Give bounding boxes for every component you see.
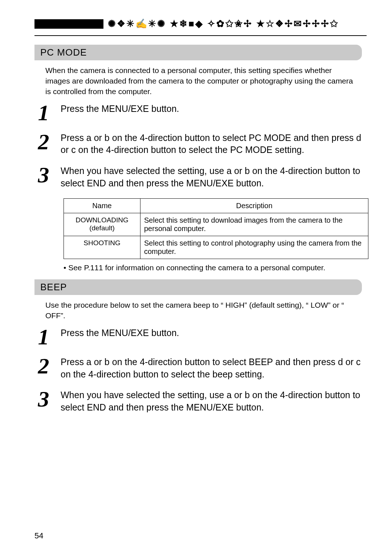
step-number: 3 bbox=[34, 165, 53, 190]
cell-description: Select this setting to download images f… bbox=[140, 213, 368, 236]
step-text: Press the MENU/EXE button. bbox=[61, 103, 362, 123]
header-symbols: ✺❖✳✍✳✺ ★❄■◆ ✧✿✩✬✢ ★☆❖✢✉✢✢✢✩ bbox=[108, 18, 339, 29]
step-number: 2 bbox=[34, 132, 53, 157]
step-number: 1 bbox=[34, 103, 53, 123]
table-row: DOWNLOADING (default) Select this settin… bbox=[64, 213, 368, 236]
table-header-name: Name bbox=[64, 198, 140, 213]
header-divider bbox=[34, 35, 367, 36]
pcmode-step-2: 2 Press a or b on the 4-direction button… bbox=[34, 132, 367, 157]
cell-name: DOWNLOADING (default) bbox=[64, 213, 140, 236]
section-title-pcmode: PC MODE bbox=[34, 45, 362, 60]
cell-name: SHOOTING bbox=[64, 236, 140, 259]
step-number: 2 bbox=[34, 356, 53, 381]
table-header-description: Description bbox=[140, 198, 368, 213]
pcmode-intro: When the camera is connected to a person… bbox=[45, 65, 354, 97]
beep-intro: Use the procedure below to set the camer… bbox=[45, 300, 354, 321]
step-text: When you have selected the setting, use … bbox=[61, 165, 362, 190]
cell-description: Select this setting to control photograp… bbox=[140, 236, 368, 259]
pcmode-table: Name Description DOWNLOADING (default) S… bbox=[64, 198, 368, 259]
step-text: Press the MENU/EXE button. bbox=[61, 327, 362, 347]
page-header: ✺❖✳✍✳✺ ★❄■◆ ✧✿✩✬✢ ★☆❖✢✉✢✢✢✩ bbox=[34, 18, 367, 29]
beep-step-2: 2 Press a or b on the 4-direction button… bbox=[34, 356, 367, 381]
pcmode-note: • See P.111 for information on connectin… bbox=[64, 263, 361, 273]
step-text: Press a or b on the 4-direction button t… bbox=[61, 356, 362, 381]
step-text: When you have selected the setting, use … bbox=[61, 389, 362, 414]
row-name-line2: (default) bbox=[89, 224, 115, 232]
section-title-beep: BEEP bbox=[34, 279, 362, 295]
step-number: 1 bbox=[34, 327, 53, 347]
pcmode-step-1: 1 Press the MENU/EXE button. bbox=[34, 103, 367, 123]
table-row: SHOOTING Select this setting to control … bbox=[64, 236, 368, 259]
beep-step-1: 1 Press the MENU/EXE button. bbox=[34, 327, 367, 347]
row-name-line1: DOWNLOADING bbox=[75, 216, 128, 224]
row-name-line1: SHOOTING bbox=[83, 239, 120, 247]
step-text: Press a or b on the 4-direction button t… bbox=[61, 132, 362, 157]
pcmode-step-3: 3 When you have selected the setting, us… bbox=[34, 165, 367, 190]
beep-step-3: 3 When you have selected the setting, us… bbox=[34, 389, 367, 414]
header-bar bbox=[34, 19, 103, 29]
page-number: 54 bbox=[34, 531, 43, 541]
step-number: 3 bbox=[34, 389, 53, 414]
